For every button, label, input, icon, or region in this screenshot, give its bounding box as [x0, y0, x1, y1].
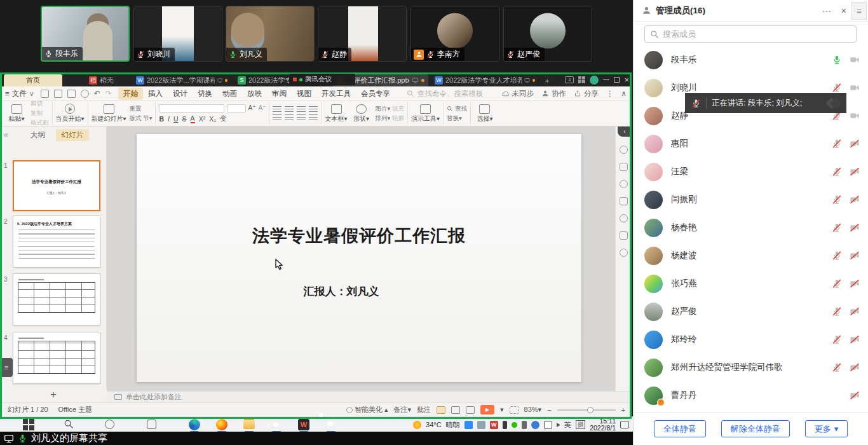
language-indicator[interactable]: 英: [564, 420, 571, 430]
ribbon-tab-review[interactable]: 审阅: [267, 88, 292, 100]
panel-close-button[interactable]: ×: [841, 6, 846, 16]
align-center-icon[interactable]: [285, 114, 294, 121]
sorter-view-button[interactable]: [451, 406, 460, 414]
format-painter-button[interactable]: 格式刷: [31, 119, 49, 127]
camera-icon[interactable]: [850, 111, 860, 121]
outline-button[interactable]: 轮廓: [392, 114, 404, 121]
cast-tool-icon[interactable]: [620, 197, 628, 205]
member-search-box[interactable]: [644, 25, 857, 43]
member-row[interactable]: 汪梁: [634, 158, 868, 186]
new-tab-button[interactable]: +: [541, 74, 553, 86]
video-tile[interactable]: 赵静: [318, 6, 407, 62]
cut-button[interactable]: 剪切: [31, 101, 49, 108]
tray-drive-icon[interactable]: [477, 421, 485, 429]
file-menu[interactable]: ≡文件∨: [0, 89, 41, 99]
slide-thumb-2[interactable]: 5. 2022版法学专业人才培养方案: [13, 216, 100, 268]
beautify-button[interactable]: 智能美化▴: [346, 405, 388, 414]
section-button[interactable]: 节: [143, 114, 149, 121]
close-button[interactable]: ×: [624, 75, 629, 85]
undo-icon[interactable]: ↶: [94, 89, 100, 98]
slideshow-play-button[interactable]: ▶: [480, 405, 494, 414]
member-row[interactable]: 郑玲玲: [634, 325, 868, 353]
slide-thumb-4[interactable]: [13, 332, 100, 384]
subscript-button[interactable]: X₂: [209, 115, 216, 123]
paste-button[interactable]: 粘贴▾: [6, 104, 27, 123]
ribbon-tab-view[interactable]: 视图: [292, 88, 316, 100]
camera-icon[interactable]: [850, 55, 860, 65]
comments-toggle[interactable]: 批注: [417, 405, 431, 414]
member-row[interactable]: 曹丹丹: [634, 381, 868, 409]
outline-tab[interactable]: 大纲: [25, 129, 51, 141]
video-tile[interactable]: 赵严俊: [503, 6, 592, 62]
save-icon[interactable]: [41, 90, 49, 98]
docked-panel-handle[interactable]: ≡: [0, 358, 13, 377]
tab-doc-3[interactable]: W2022版法学专业人才培养方案: [431, 74, 539, 86]
tray-usb-icon[interactable]: [522, 421, 527, 429]
tray-wechat-icon[interactable]: [512, 422, 517, 428]
align-right-icon[interactable]: [297, 114, 306, 121]
print-icon[interactable]: [67, 90, 76, 98]
strikethrough-button[interactable]: S: [182, 115, 187, 123]
task-view-icon[interactable]: [147, 420, 156, 429]
expand-sidebar-button[interactable]: ‹: [618, 127, 632, 137]
member-row[interactable]: 杨建波: [634, 242, 868, 270]
new-slide-button[interactable]: 新建幻灯片▾: [92, 104, 126, 123]
command-search[interactable]: 查找命令、搜索模板: [407, 89, 484, 99]
mic-muted-icon[interactable]: [832, 362, 842, 373]
font-family-select[interactable]: [159, 104, 224, 113]
mic-muted-icon[interactable]: [832, 195, 842, 205]
select-button[interactable]: 选择▾: [474, 104, 496, 123]
mic-muted-icon[interactable]: [832, 83, 842, 93]
tab-list-icon[interactable]: 4: [565, 76, 574, 83]
grow-font-button[interactable]: A⁺: [248, 104, 256, 113]
tray-wps-icon[interactable]: W: [490, 421, 498, 429]
bullet-list-icon[interactable]: [273, 106, 281, 113]
collapse-ribbon[interactable]: ∧: [621, 89, 627, 98]
tray-display-icon[interactable]: [544, 421, 552, 429]
current-slide[interactable]: 法学专业暑假评价工作汇报 汇报人：刘凡义: [137, 134, 581, 382]
restore-button[interactable]: [614, 77, 620, 83]
firefox-icon[interactable]: [216, 419, 227, 430]
picture-button[interactable]: 图片: [376, 105, 388, 112]
layout-button[interactable]: 版式: [130, 114, 142, 121]
image-tool-icon[interactable]: [620, 231, 628, 240]
taskbar-search-icon[interactable]: [64, 419, 75, 430]
fill-button[interactable]: 填充: [392, 105, 404, 112]
camera-off-icon[interactable]: [850, 250, 860, 261]
mic-muted-icon[interactable]: [832, 250, 842, 261]
ribbon-tab-member[interactable]: 会员专享: [356, 88, 395, 100]
mic-muted-icon[interactable]: [832, 278, 842, 289]
unmute-all-button[interactable]: 解除全体静音: [721, 420, 790, 437]
panel-more-button[interactable]: ···: [822, 6, 831, 16]
start-button-icon[interactable]: [23, 419, 34, 430]
tray-security-icon[interactable]: [531, 421, 539, 429]
member-row[interactable]: 张巧燕: [634, 270, 868, 298]
ribbon-tab-transition[interactable]: 切换: [193, 88, 217, 100]
tab-docer[interactable]: 稻稻壳: [85, 74, 118, 86]
tips-tool-icon[interactable]: [620, 249, 628, 257]
slide-thumb-1[interactable]: 法学专业暑假评价工作汇报 汇报人：刘凡义: [13, 160, 100, 211]
reset-button[interactable]: 重置: [130, 105, 153, 113]
beautify-tool-icon[interactable]: [620, 146, 628, 154]
tray-phone-icon[interactable]: [503, 421, 507, 429]
member-row[interactable]: 闫振刚: [634, 186, 868, 214]
member-row[interactable]: 杨春艳: [634, 214, 868, 242]
history-tool-icon[interactable]: [620, 214, 628, 222]
slides-tab[interactable]: 幻灯片: [56, 129, 90, 141]
account-avatar[interactable]: [590, 76, 599, 85]
play-from-current-button[interactable]: 当页开始▾: [56, 104, 85, 123]
text-effect-button[interactable]: 变: [220, 114, 227, 123]
replace-button[interactable]: 替换: [447, 114, 459, 121]
effects-tool-icon[interactable]: [620, 180, 628, 188]
video-tile[interactable]: 段丰乐: [41, 6, 130, 62]
zoom-out-button[interactable]: −: [547, 406, 551, 414]
arrange-button[interactable]: 排列: [376, 114, 388, 121]
properties-tool-icon[interactable]: [620, 163, 628, 171]
weather-temp[interactable]: 34°C: [426, 421, 442, 428]
member-search-input[interactable]: [663, 29, 841, 39]
normal-view-button[interactable]: [437, 406, 445, 414]
copy-button[interactable]: 复制: [31, 109, 49, 118]
camera-off-icon[interactable]: [850, 306, 860, 317]
reading-view-button[interactable]: [466, 406, 475, 414]
camera-off-icon[interactable]: [850, 390, 860, 400]
